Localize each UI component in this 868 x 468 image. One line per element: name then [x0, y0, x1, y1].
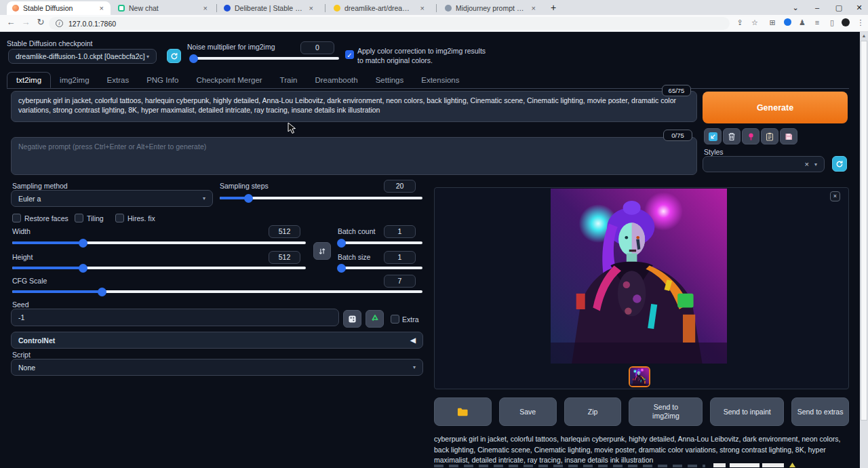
browser-menu-icon[interactable]: ⋮	[854, 18, 867, 28]
cfg-scale-value[interactable]: 7	[384, 275, 416, 288]
slider-thumb[interactable]	[244, 194, 253, 203]
negative-prompt-textarea[interactable]: Negative prompt (press Ctrl+Enter or Alt…	[11, 137, 697, 175]
random-seed-button[interactable]	[343, 310, 361, 328]
extensions-puzzle-icon[interactable]: ♟	[796, 18, 808, 28]
read-parameters-button[interactable]	[704, 128, 722, 144]
swap-dimensions-button[interactable]	[313, 242, 331, 260]
share-icon[interactable]: ⇪	[734, 18, 746, 28]
tab-dreambooth[interactable]: Dreambooth	[306, 73, 366, 87]
browser-tab-midjourney[interactable]: Midjourney prompt examples : L ×	[439, 1, 542, 15]
send-to-extras-button[interactable]: Send to extras	[791, 397, 849, 426]
window-chevron-icon[interactable]: ⌄	[787, 0, 804, 15]
clipped-text-row	[434, 465, 705, 467]
checkpoint-select[interactable]: dreamlike-diffusion-1.0.ckpt [0aecbcfa2c…	[8, 49, 157, 64]
apply-styles-button[interactable]	[761, 128, 778, 144]
tab-png-info[interactable]: PNG Info	[138, 73, 187, 87]
bookmark-star-icon[interactable]: ☆	[749, 18, 761, 28]
slider-thumb[interactable]	[189, 54, 198, 63]
hires-fix-checkbox[interactable]	[115, 214, 124, 222]
window-close-button[interactable]: ✕	[850, 0, 868, 15]
reading-list-icon[interactable]: ≡	[811, 18, 823, 28]
extra-networks-button[interactable]	[742, 128, 760, 144]
restore-faces-checkbox[interactable]	[12, 214, 21, 222]
noise-multiplier-value[interactable]: 0	[300, 41, 334, 54]
batch-size-value[interactable]: 1	[384, 251, 416, 264]
sync-status-icon[interactable]	[781, 18, 793, 28]
batch-count-slider[interactable]	[338, 241, 422, 244]
apps-grid-icon[interactable]: ⊞	[766, 18, 778, 28]
tab-close-icon[interactable]: ×	[419, 4, 426, 12]
gallery-thumbnail-selected[interactable]	[629, 366, 650, 387]
scrollbar-thumb[interactable]	[861, 41, 867, 421]
slider-thumb[interactable]	[337, 239, 346, 248]
browser-tab-deliberate[interactable]: Deliberate | Stable Diffusion Che ×	[218, 1, 320, 15]
tiling-checkbox[interactable]	[75, 214, 83, 222]
back-icon[interactable]: ←	[4, 17, 18, 27]
reuse-seed-button[interactable]	[366, 310, 384, 328]
styles-refresh-button[interactable]	[832, 156, 847, 172]
tab-close-icon[interactable]: ×	[530, 4, 537, 12]
noise-multiplier-slider[interactable]	[191, 57, 339, 60]
color-correction-checkbox[interactable]: ✓	[345, 50, 354, 59]
scroll-up-icon[interactable]: ▲	[860, 32, 868, 40]
slider-thumb[interactable]	[79, 239, 87, 248]
slider-thumb[interactable]	[337, 264, 346, 273]
window-maximize-button[interactable]: ▢	[830, 0, 848, 15]
new-tab-button[interactable]: +	[547, 0, 560, 15]
open-folder-button[interactable]	[434, 397, 492, 426]
browser-tab-stable-diffusion[interactable]: Stable Diffusion ×	[7, 1, 111, 15]
tab-close-icon[interactable]: ×	[98, 4, 105, 12]
extra-seed-checkbox[interactable]	[391, 315, 399, 324]
sampling-method-select[interactable]: Euler a ▾	[11, 190, 213, 207]
batch-count-value[interactable]: 1	[384, 225, 416, 238]
side-panel-icon[interactable]: ▯	[826, 18, 838, 28]
send-to-img2img-button[interactable]: Send to img2img	[629, 397, 703, 426]
script-select[interactable]: None ▾	[11, 359, 423, 376]
slider-thumb[interactable]	[79, 264, 87, 273]
height-value[interactable]: 512	[269, 251, 300, 264]
controlnet-accordion[interactable]: ControlNet ◀	[11, 332, 423, 349]
tab-extras[interactable]: Extras	[98, 73, 138, 87]
tab-extensions[interactable]: Extensions	[412, 73, 468, 87]
prompt-textarea[interactable]: cyberpunk girl in jacket, colorful tatto…	[11, 91, 697, 122]
seed-input[interactable]: -1	[11, 309, 339, 326]
tab-txt2img[interactable]: txt2img	[7, 72, 51, 88]
tab-close-icon[interactable]: ×	[202, 4, 209, 12]
midjourney-favicon	[445, 5, 452, 12]
clear-styles-icon[interactable]: ×	[805, 160, 809, 168]
tab-train[interactable]: Train	[271, 73, 307, 87]
recycle-icon	[370, 314, 380, 324]
sampling-steps-slider[interactable]	[220, 197, 422, 199]
site-info-icon[interactable]: i	[56, 20, 63, 27]
tab-img2img[interactable]: img2img	[51, 73, 98, 87]
slider-thumb[interactable]	[98, 288, 106, 296]
close-gallery-icon[interactable]: ×	[830, 191, 840, 201]
tab-settings[interactable]: Settings	[367, 73, 413, 87]
styles-select[interactable]: × ▾	[703, 156, 825, 172]
tab-checkpoint-merger[interactable]: Checkpoint Merger	[187, 73, 271, 87]
generated-image[interactable]	[551, 189, 727, 364]
window-minimize-button[interactable]: –	[808, 0, 826, 15]
checkpoint-refresh-button[interactable]	[167, 49, 181, 63]
profile-avatar[interactable]	[840, 18, 852, 28]
save-style-button[interactable]	[780, 128, 797, 144]
address-bar[interactable]: i 127.0.0.1:7860	[49, 17, 730, 30]
page-scrollbar[interactable]: ▲	[860, 32, 868, 468]
generate-button[interactable]: Generate	[703, 92, 848, 123]
send-to-inpaint-button[interactable]: Send to inpaint	[710, 397, 784, 426]
width-value[interactable]: 512	[269, 225, 300, 238]
sampling-steps-value[interactable]: 20	[384, 180, 416, 193]
height-slider[interactable]	[12, 267, 306, 269]
browser-tab-new-chat[interactable]: New chat ×	[113, 1, 214, 15]
cfg-scale-slider[interactable]	[12, 290, 422, 293]
batch-size-slider[interactable]	[338, 267, 422, 269]
save-button[interactable]: Save	[499, 397, 557, 426]
tab-close-icon[interactable]: ×	[308, 4, 315, 12]
reload-icon[interactable]: ↻	[34, 17, 47, 27]
chevron-down-icon: ▾	[814, 161, 817, 168]
clear-prompt-button[interactable]	[723, 128, 741, 144]
forward-icon[interactable]: →	[19, 17, 33, 27]
zip-button[interactable]: Zip	[564, 397, 622, 426]
width-slider[interactable]	[12, 241, 306, 244]
browser-tab-dreamlike[interactable]: dreamlike-art/dreamlike-diffusio ×	[328, 1, 431, 15]
